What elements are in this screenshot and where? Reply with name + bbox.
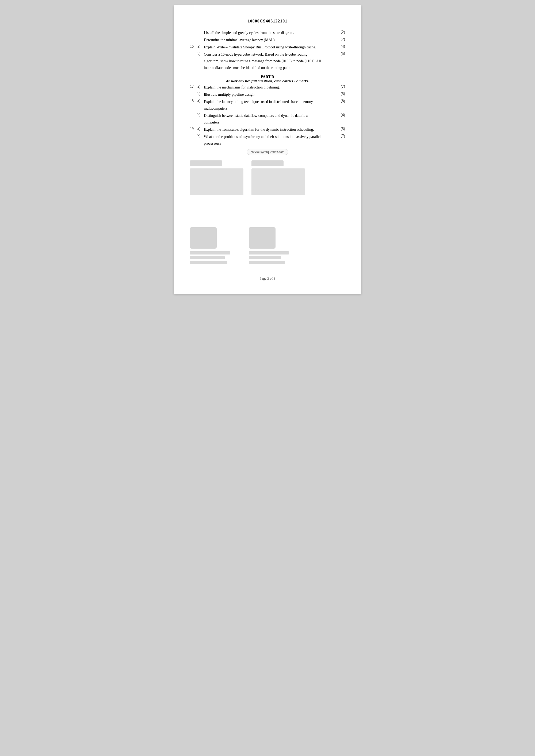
watermark: previousyearquestion.com [247, 149, 288, 155]
q17-num: 17 [190, 85, 197, 89]
q17b-part: b) [197, 92, 204, 96]
blurred-bottom-row [190, 227, 345, 266]
blurred-top-left [190, 160, 243, 195]
q18a-marks: (8) [335, 99, 345, 103]
page-footer: Page 3 of 3 [190, 276, 345, 281]
part-d-header: PART D Answer any two full questions, ea… [190, 75, 345, 83]
question-4-row: Determine the minimal average latency (M… [190, 37, 345, 43]
q19b-cont1-text: processors? [204, 141, 345, 146]
blurred-top-row [190, 160, 345, 195]
blurred-line-1 [190, 251, 230, 255]
blurred-bottom-left [190, 227, 230, 266]
q16a-text: Explain Write –invalidate Snoopy Bus Pro… [204, 44, 335, 50]
blurred-bottom-right [249, 227, 289, 266]
q16b-text: Consider a 16-node hypercube network. Ba… [204, 52, 335, 57]
question-18b-row: b) Distinguish between static dataflow c… [190, 113, 345, 119]
q16b-part: b) [197, 52, 204, 56]
q17a-text: Explain the mechanisms for instruction p… [204, 85, 335, 90]
spacer [190, 201, 345, 217]
blurred-line-6 [249, 261, 285, 264]
watermark-container: previousyearquestion.com [190, 149, 345, 155]
q16b-cont1-text: algorithm, show how to route a message f… [204, 58, 345, 64]
q17a-marks: (7) [335, 85, 345, 89]
part-d-title: PART D [190, 75, 345, 79]
q19b-text: What are the problems of asynchrony and … [204, 134, 335, 140]
blurred-content-1 [190, 168, 243, 195]
question-3-block: List all the simple and greedy cycles fr… [190, 30, 345, 36]
q18a-cont1-text: multicomputers. [204, 106, 345, 111]
blurred-label-1 [190, 160, 222, 166]
q18a-cont1: multicomputers. [190, 106, 345, 111]
q18-num: 18 [190, 99, 197, 103]
q18b-marks: (4) [335, 113, 345, 117]
q19a-text: Explain the Tomasulo's algorithm for the… [204, 127, 335, 132]
blurred-line-4 [249, 251, 289, 255]
blurred-icon-2 [249, 227, 275, 249]
question-17b-block: b) Illustrate multiply pipeline design. … [190, 92, 345, 97]
question-4-block: Determine the minimal average latency (M… [190, 37, 345, 43]
question-18a-row: 18 a) Explain the latency hiding techniq… [190, 99, 345, 104]
blurred-content-2 [251, 168, 305, 195]
question-19b-block: b) What are the problems of asynchrony a… [190, 134, 345, 146]
part-d-instruction: Answer any two full questions, each carr… [190, 79, 345, 83]
blurred-line-2 [190, 256, 225, 259]
page-title: 10000CS405122101 [190, 19, 345, 23]
q19b-part: b) [197, 134, 204, 138]
blurred-top-section [190, 160, 345, 195]
q16-num: 16 [190, 44, 197, 49]
question-19a-block: 19 a) Explain the Tomasulo's algorithm f… [190, 127, 345, 132]
blurred-lines-left [190, 251, 230, 264]
question-16a-block: 16 a) Explain Write –invalidate Snoopy B… [190, 44, 345, 50]
q18b-part: b) [197, 113, 204, 117]
q17b-text: Illustrate multiply pipeline design. [204, 92, 335, 97]
q19a-part: a) [197, 127, 204, 131]
q17a-part: a) [197, 85, 204, 89]
q18a-part: a) [197, 99, 204, 103]
question-17a-row: 17 a) Explain the mechanisms for instruc… [190, 85, 345, 90]
document-page: 10000CS405122101 List all the simple and… [174, 5, 361, 294]
q18b-cont1-text: computers. [204, 120, 345, 125]
question-17a-block: 17 a) Explain the mechanisms for instruc… [190, 85, 345, 90]
question-19a-row: 19 a) Explain the Tomasulo's algorithm f… [190, 127, 345, 132]
blurred-line-5 [249, 256, 281, 259]
blurred-icon-1 [190, 227, 217, 249]
question-3-row: List all the simple and greedy cycles fr… [190, 30, 345, 36]
q16b-cont2: intermediate nodes must be identified on… [190, 65, 345, 70]
q18b-text: Distinguish between static dataflow comp… [204, 113, 335, 119]
q4-text: Determine the minimal average latency (M… [204, 37, 335, 43]
q16a-part: a) [197, 44, 204, 49]
q4-marks: (2) [335, 37, 345, 41]
question-18b-block: b) Distinguish between static dataflow c… [190, 113, 345, 125]
q3-marks: (2) [335, 30, 345, 34]
q17b-marks: (5) [335, 92, 345, 96]
q3-text: List all the simple and greedy cycles fr… [204, 30, 335, 36]
q19-num: 19 [190, 127, 197, 131]
blurred-bottom-section [190, 227, 345, 266]
question-18a-block: 18 a) Explain the latency hiding techniq… [190, 99, 345, 111]
blurred-top-right [251, 160, 305, 195]
q16b-cont2-text: intermediate nodes must be identified on… [204, 65, 345, 70]
q16b-marks: (5) [335, 52, 345, 56]
q19b-cont1: processors? [190, 141, 345, 146]
q19b-marks: (7) [335, 134, 345, 138]
q16a-marks: (4) [335, 44, 345, 49]
question-19b-row: b) What are the problems of asynchrony a… [190, 134, 345, 140]
blurred-lines-right [249, 251, 289, 264]
blurred-line-3 [190, 261, 227, 264]
question-17b-row: b) Illustrate multiply pipeline design. … [190, 92, 345, 97]
q16b-cont1: algorithm, show how to route a message f… [190, 58, 345, 64]
q18a-text: Explain the latency hiding techniques us… [204, 99, 335, 104]
question-16b-row: b) Consider a 16-node hypercube network.… [190, 52, 345, 57]
question-16a-row: 16 a) Explain Write –invalidate Snoopy B… [190, 44, 345, 50]
question-16b-block: b) Consider a 16-node hypercube network.… [190, 52, 345, 70]
q19a-marks: (5) [335, 127, 345, 131]
q18b-cont1: computers. [190, 120, 345, 125]
blurred-label-2 [251, 160, 284, 166]
